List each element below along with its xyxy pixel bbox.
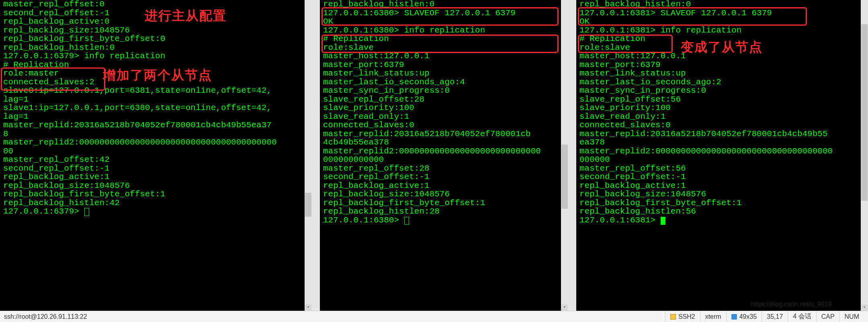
term-line: master_replid2:0000000000000000000000000… <box>320 147 568 156</box>
term-line: repl_backlog_size:1048576 <box>576 190 868 199</box>
term-line: slave_repl_offset:56 <box>576 95 868 104</box>
term-line: role:master <box>0 69 312 78</box>
status-sessions: 4 会话 <box>788 311 816 322</box>
terminal-pane-middle[interactable]: repl_backlog_histlen:0 127.0.0.1:6380> S… <box>320 0 568 311</box>
term-line: repl_backlog_histlen:0 <box>576 0 868 9</box>
cursor-icon <box>84 208 89 216</box>
status-connection: ssh://root@120.26.91.113:22 <box>4 313 665 320</box>
lock-icon <box>670 314 676 320</box>
term-line: # Replication <box>320 35 568 43</box>
term-line: repl_backlog_histlen:42 <box>0 199 312 208</box>
term-line: repl_backlog_size:1048576 <box>320 190 568 199</box>
status-cursor-pos: 35,17 <box>762 311 788 322</box>
term-line: master_port:6379 <box>320 61 568 69</box>
term-line: slave_priority:100 <box>320 104 568 112</box>
term-line: master_repl_offset:42 <box>0 155 312 164</box>
status-num: NUM <box>839 311 864 322</box>
term-line: slave_read_only:1 <box>320 112 568 121</box>
term-line: role:slave <box>320 43 568 52</box>
pane-divider[interactable] <box>568 0 576 311</box>
term-line: role:slave <box>576 43 868 52</box>
term-line: # Replication <box>0 61 312 69</box>
prompt-line[interactable]: 127.0.0.1:6379> <box>0 207 312 216</box>
scroll-down-icon[interactable]: ▾ <box>861 304 868 311</box>
term-line: master_link_status:up <box>320 69 568 78</box>
status-protocol: SSH2 <box>665 311 700 322</box>
term-line: ea378 <box>576 138 868 147</box>
term-line: master_repl_offset:0 <box>0 0 312 9</box>
term-line: repl_backlog_first_byte_offset:1 <box>0 190 312 199</box>
term-line: repl_backlog_histlen:28 <box>320 207 568 216</box>
status-caps: CAP <box>816 311 839 322</box>
terminal-pane-right[interactable]: repl_backlog_histlen:0 127.0.0.1:6381> S… <box>576 0 868 311</box>
term-line: second_repl_offset:-1 <box>0 9 312 18</box>
term-line: 127.0.0.1:6379> info replication <box>0 52 312 61</box>
term-line: OK <box>576 17 868 26</box>
term-line: 127.0.0.1:6380> info replication <box>320 26 568 35</box>
term-line: 00 <box>0 147 312 156</box>
prompt-line[interactable]: 127.0.0.1:6380> <box>320 216 568 225</box>
term-line: repl_backlog_active:1 <box>320 181 568 190</box>
term-line: master_last_io_seconds_ago:2 <box>576 78 868 87</box>
term-line: 000000000000 <box>320 155 568 164</box>
term-line: repl_backlog_first_byte_offset:0 <box>0 35 312 43</box>
term-line: master_replid:20316a5218b704052ef780001c… <box>0 121 312 130</box>
term-line: slave_priority:100 <box>576 104 868 112</box>
pane-divider[interactable] <box>312 0 320 311</box>
terminal-pane-left[interactable]: master_repl_offset:0 second_repl_offset:… <box>0 0 312 311</box>
term-line: slave1:ip=127.0.0.1,port=6380,state=onli… <box>0 104 312 112</box>
term-line: slave_read_only:1 <box>576 112 868 121</box>
term-line: master_sync_in_progress:0 <box>320 86 568 95</box>
term-line: lag=1 <box>0 95 312 104</box>
term-line: # Replication <box>576 35 868 43</box>
term-line: master_replid:20316a5218b704052ef780001c… <box>576 130 868 139</box>
scroll-down-icon[interactable]: ▾ <box>561 304 568 311</box>
term-line: repl_backlog_first_byte_offset:1 <box>576 199 868 208</box>
cursor-icon <box>661 217 665 225</box>
grid-icon <box>731 314 737 320</box>
term-line: master_last_io_seconds_ago:4 <box>320 78 568 87</box>
term-line: repl_backlog_histlen:0 <box>0 43 312 52</box>
term-line: 127.0.0.1:6381> SLAVEOF 127.0.0.1 6379 <box>576 9 868 18</box>
term-line: master_repl_offset:28 <box>320 164 568 173</box>
term-line: master_replid2:0000000000000000000000000… <box>576 147 868 156</box>
prompt-line[interactable]: 127.0.0.1:6381> <box>576 216 868 225</box>
scrollbar[interactable]: ▾ <box>561 0 568 311</box>
term-line: master_port:6379 <box>576 61 868 69</box>
term-line: repl_backlog_histlen:0 <box>320 0 568 9</box>
term-line: 4cb49b55ea378 <box>320 138 568 147</box>
term-line: connected_slaves:2 <box>0 78 312 87</box>
term-line: slave_repl_offset:28 <box>320 95 568 104</box>
scroll-down-icon[interactable]: ▾ <box>305 304 311 311</box>
cursor-icon <box>404 217 409 225</box>
scrollbar[interactable]: ▾ <box>305 0 312 311</box>
status-dimensions: 49x35 <box>726 311 762 322</box>
term-line: master_repl_offset:56 <box>576 164 868 173</box>
term-line: second_repl_offset:-1 <box>0 164 312 173</box>
term-line: master_replid2:0000000000000000000000000… <box>0 138 312 147</box>
term-line: master_link_status:up <box>576 69 868 78</box>
term-line: OK <box>320 17 568 26</box>
term-line: repl_backlog_histlen:56 <box>576 207 868 216</box>
scrollbar-thumb[interactable] <box>561 145 568 209</box>
scrollbar-thumb[interactable] <box>861 24 868 201</box>
term-line: 127.0.0.1:6381> info replication <box>576 26 868 35</box>
term-line: repl_backlog_size:1048576 <box>0 26 312 35</box>
scrollbar[interactable]: ▾ <box>861 0 868 311</box>
term-line: master_sync_in_progress:0 <box>576 86 868 95</box>
term-line: connected_slaves:0 <box>576 121 868 130</box>
term-line: repl_backlog_active:0 <box>0 17 312 26</box>
term-line: repl_backlog_active:1 <box>0 173 312 181</box>
scrollbar-thumb[interactable] <box>305 193 311 217</box>
term-line: 000000 <box>576 155 868 164</box>
term-line: 8 <box>0 130 312 139</box>
term-line: second_repl_offset:-1 <box>576 173 868 181</box>
term-line: slave0:ip=127.0.0.1,port=6381,state=onli… <box>0 86 312 95</box>
terminal-panes: master_repl_offset:0 second_repl_offset:… <box>0 0 868 311</box>
term-line: connected_slaves:0 <box>320 121 568 130</box>
term-line: second_repl_offset:-1 <box>320 173 568 181</box>
term-line: lag=1 <box>0 112 312 121</box>
term-line: master_host:127.0.0.1 <box>320 52 568 61</box>
status-term-type: xterm <box>700 311 726 322</box>
term-line: 127.0.0.1:6380> SLAVEOF 127.0.0.1 6379 <box>320 9 568 18</box>
